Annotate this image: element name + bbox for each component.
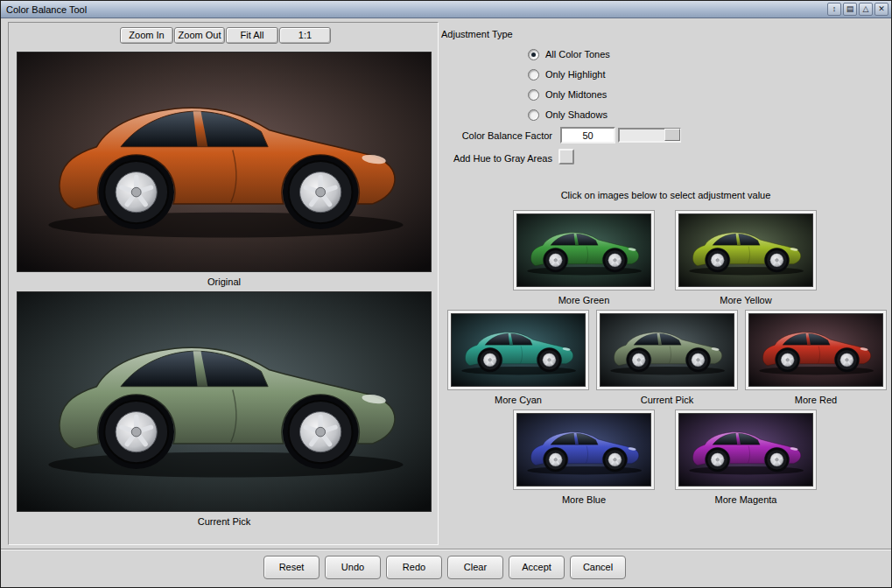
thumbnail-more-red: More Red [745,310,887,405]
window-title: Color Balance Tool [6,4,825,15]
current-pick-image [17,291,432,512]
radio-button-icon[interactable] [528,109,539,121]
thumbnail-frame[interactable] [675,410,817,490]
thumbnail-frame[interactable] [745,310,887,390]
thumbnail-more-yellow: More Yellow [675,210,817,305]
radio-button-icon[interactable] [528,89,539,101]
radio-button-icon[interactable] [528,49,539,60]
thumbnail-current-pick: Current Pick [596,310,738,405]
radio-label: Only Shadows [545,109,608,120]
shade-icon[interactable]: ▤ [843,3,857,16]
reset-button[interactable]: Reset [263,556,320,579]
radio-only-shadows[interactable]: Only Shadows [528,108,608,122]
add-hue-label: Add Hue to Gray Areas [437,153,552,164]
clear-button[interactable]: Clear [447,556,503,579]
more-blue-image[interactable] [516,413,651,486]
radio-label: Only Midtones [545,89,607,100]
zoom-in-button[interactable]: Zoom In [120,27,173,44]
redo-button[interactable]: Redo [386,556,442,579]
undo-button[interactable]: Undo [325,556,381,579]
thumbnail-frame[interactable] [596,310,738,390]
thumbnail-frame[interactable] [447,310,589,390]
thumbnail-label: More Red [745,395,887,405]
thumbnail-frame[interactable] [513,210,655,290]
thumbnail-frame[interactable] [513,410,655,490]
color-balance-factor-slider[interactable] [618,128,681,143]
original-image [17,52,432,272]
picker-instruction: Click on images below to select adjustme… [439,190,892,200]
radio-label: All Color Tones [545,49,610,60]
thumbnail-label: Current Pick [596,395,738,405]
titlebar[interactable]: Color Balance Tool ↕ ▤ △ ✕ [1,1,891,18]
fit-all-button[interactable]: Fit All [226,27,278,44]
resize-icon[interactable]: ↕ [827,3,841,16]
radio-all-color-tones[interactable]: All Color Tones [528,47,610,61]
thumbnail-label: More Yellow [675,295,817,305]
slider-handle[interactable] [664,129,680,141]
more-red-image[interactable] [748,313,883,387]
thumbnail-frame[interactable] [675,210,817,290]
thumbnail-label: More Blue [513,494,655,505]
zoom-out-button[interactable]: Zoom Out [174,27,225,44]
add-hue-checkbox[interactable] [558,149,574,164]
radio-only-highlight[interactable]: Only Highlight [528,67,605,81]
close-icon[interactable]: ✕ [874,3,888,16]
thumbnail-more-green: More Green [513,210,655,305]
more-green-image[interactable] [516,214,651,287]
color-balance-factor-label: Color Balance Factor [437,130,552,141]
thumbnail-label: More Cyan [447,395,589,405]
thumbnail-label: More Magenta [675,494,817,505]
thumbnail-more-blue: More Blue [513,410,655,505]
thumbnail-more-cyan: More Cyan [447,310,589,405]
radio-label: Only Highlight [545,69,605,80]
more-cyan-image[interactable] [451,313,586,387]
cancel-button[interactable]: Cancel [570,556,626,579]
radio-only-midtones[interactable]: Only Midtones [528,88,607,102]
thumbnail-more-magenta: More Magenta [675,410,817,505]
current-pick-thumb-image[interactable] [600,313,734,387]
radio-button-icon[interactable] [528,69,539,80]
accept-button[interactable]: Accept [509,556,565,579]
one-to-one-button[interactable]: 1:1 [279,27,331,44]
footer-separator [1,549,891,550]
adjustment-type-label: Adjustment Type [441,29,513,39]
color-balance-window: Color Balance Tool ↕ ▤ △ ✕ Zoom In Zoom … [0,0,892,588]
more-magenta-image[interactable] [678,413,813,486]
current-pick-image-label: Current Pick [17,516,432,527]
maximize-icon[interactable]: △ [859,3,873,16]
more-yellow-image[interactable] [678,214,813,287]
color-balance-factor-input[interactable] [560,127,615,144]
thumbnail-label: More Green [513,295,655,305]
original-image-label: Original [17,276,432,287]
